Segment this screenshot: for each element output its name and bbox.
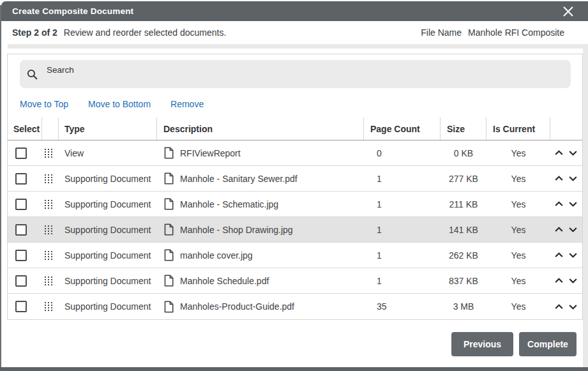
move-up-icon[interactable]: [554, 301, 564, 312]
drag-handle-icon[interactable]: [45, 174, 52, 183]
row-page-count: 1: [364, 276, 441, 286]
modal-title: Create Composite Document: [12, 6, 133, 16]
drag-handle-icon[interactable]: [45, 276, 52, 285]
row-description-cell: Manholes-Product-Guide.pdf: [157, 301, 364, 313]
file-name-label: File Name: [421, 27, 462, 38]
row-checkbox[interactable]: [15, 275, 27, 287]
header-select: Select: [8, 117, 42, 140]
move-up-icon[interactable]: [554, 275, 564, 286]
row-reorder-cell: [550, 301, 582, 312]
document-icon: [163, 198, 174, 210]
row-checkbox[interactable]: [15, 224, 27, 236]
move-up-icon[interactable]: [554, 199, 564, 209]
move-down-icon[interactable]: [568, 199, 578, 209]
document-icon: [163, 172, 174, 185]
row-type: Supporting Document: [59, 174, 157, 184]
table-row: Supporting Document Manhole - Sanitary S…: [8, 166, 582, 192]
row-description-cell: Manhole - Schematic.jpg: [157, 198, 364, 210]
document-icon: [163, 223, 174, 236]
row-is-current: Yes: [486, 225, 550, 235]
row-select-cell: [8, 275, 42, 287]
row-page-count: 1: [364, 225, 441, 235]
row-page-count: 1: [364, 174, 441, 184]
row-is-current: Yes: [486, 250, 550, 261]
search-icon: [26, 68, 38, 80]
row-is-current: Yes: [486, 301, 550, 312]
table-body: View RFIViewReport 0 0 KB Yes: [8, 140, 582, 319]
row-type: Supporting Document: [59, 250, 157, 261]
row-size: 141 KB: [441, 225, 486, 235]
row-drag-cell: [42, 302, 59, 311]
table-row: Supporting Document Manhole - Shop Drawi…: [8, 217, 582, 243]
row-page-count: 1: [364, 250, 441, 261]
row-type: View: [59, 148, 157, 158]
move-to-bottom-link[interactable]: Move to Bottom: [88, 99, 151, 109]
table-row: View RFIViewReport 0 0 KB Yes: [8, 140, 582, 166]
remove-link[interactable]: Remove: [170, 99, 204, 109]
row-description-cell: manhole cover.jpg: [157, 249, 364, 261]
drag-handle-icon[interactable]: [45, 149, 52, 158]
row-description: Manhole - Schematic.jpg: [180, 199, 278, 209]
divider-band: [8, 44, 588, 49]
row-drag-cell: [42, 276, 59, 285]
drag-handle-icon[interactable]: [45, 225, 52, 234]
move-up-icon[interactable]: [554, 250, 564, 261]
drag-handle-icon[interactable]: [45, 251, 52, 260]
row-description: Manholes-Product-Guide.pdf: [180, 301, 294, 312]
document-icon: [163, 275, 174, 287]
step-description: Review and reorder selected documents.: [64, 27, 226, 38]
search-placeholder: Search: [47, 65, 74, 75]
row-drag-cell: [42, 225, 59, 234]
step-row: Step 2 of 2 Review and reorder selected …: [1, 21, 588, 44]
search-input[interactable]: Search: [20, 60, 571, 88]
row-checkbox[interactable]: [15, 173, 27, 185]
scrollbar-track: [583, 49, 588, 367]
row-description-cell: Manhole Schedule.pdf: [157, 275, 364, 287]
row-select-cell: [8, 199, 42, 210]
complete-button[interactable]: Complete: [519, 332, 577, 356]
row-description: Manhole - Sanitary Sewer.pdf: [180, 174, 298, 184]
header-is-current: Is Current: [486, 117, 550, 140]
previous-button[interactable]: Previous: [451, 332, 513, 356]
header-drag: [42, 117, 59, 140]
header-description: Description: [157, 117, 364, 140]
row-checkbox[interactable]: [15, 199, 27, 210]
modal-bottom-edge: [0, 367, 588, 371]
row-drag-cell: [42, 200, 59, 209]
move-down-icon[interactable]: [568, 148, 578, 158]
document-icon: [163, 249, 174, 261]
row-reorder-cell: [550, 199, 582, 209]
row-drag-cell: [42, 174, 59, 183]
move-up-icon[interactable]: [554, 173, 564, 184]
row-description: manhole cover.jpg: [180, 250, 253, 261]
move-down-icon[interactable]: [568, 224, 578, 235]
drag-handle-icon[interactable]: [45, 302, 52, 311]
close-icon[interactable]: [561, 4, 575, 19]
file-name-value: Manhole RFI Composite: [468, 27, 564, 38]
row-reorder-cell: [550, 275, 582, 286]
table-row: Supporting Document Manhole - Schematic.…: [8, 192, 582, 217]
row-checkbox[interactable]: [15, 301, 27, 312]
row-checkbox[interactable]: [15, 148, 27, 159]
move-down-icon[interactable]: [568, 275, 578, 286]
drag-handle-icon[interactable]: [45, 200, 52, 209]
row-checkbox[interactable]: [15, 250, 27, 261]
row-reorder-cell: [550, 250, 582, 261]
move-up-icon[interactable]: [554, 148, 564, 158]
move-up-icon[interactable]: [554, 224, 564, 235]
row-select-cell: [8, 301, 42, 312]
move-to-top-link[interactable]: Move to Top: [20, 99, 68, 109]
row-type: Supporting Document: [59, 301, 157, 312]
row-page-count: 35: [364, 301, 441, 312]
move-down-icon[interactable]: [568, 250, 578, 261]
table-row: Supporting Document Manhole Schedule.pdf…: [8, 268, 582, 294]
row-size: 211 KB: [441, 199, 486, 209]
row-size: 262 KB: [441, 250, 486, 261]
header-reorder: [550, 117, 582, 140]
move-down-icon[interactable]: [568, 301, 578, 312]
action-links: Move to Top Move to Bottom Remove: [20, 96, 204, 112]
document-icon: [163, 147, 174, 159]
move-down-icon[interactable]: [568, 173, 578, 184]
row-is-current: Yes: [486, 276, 550, 286]
table-header: Select Type Description Page Count Size …: [8, 117, 582, 140]
